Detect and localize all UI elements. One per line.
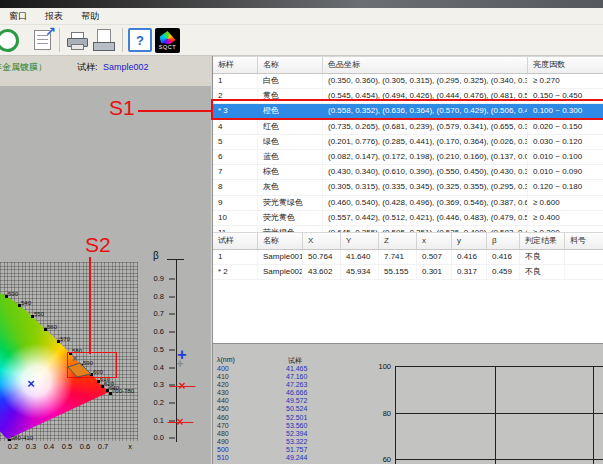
spectrum-value: 49.572 bbox=[286, 397, 307, 405]
x-axis-tick: 0.3 bbox=[26, 442, 36, 451]
spectrum-wavelength: 410 bbox=[217, 373, 229, 381]
standard-row[interactable]: 7 棕色 (0.430, 0.340), (0.610, 0.390), (0.… bbox=[213, 165, 603, 180]
col-header-sample[interactable]: 试样 bbox=[213, 233, 258, 249]
menu-item[interactable]: 窗口 bbox=[0, 10, 36, 23]
sqct-logo-label: SQCT bbox=[159, 44, 176, 51]
spectrum-value: 41.465 bbox=[286, 365, 307, 373]
toolbar-separator bbox=[122, 28, 123, 52]
sample-beta: 0.459 bbox=[487, 265, 520, 279]
standard-name: 红色 bbox=[258, 120, 323, 134]
samples-table: 试样 名称 X Y Z x y β 判定结果 料号 1 Sample001 50… bbox=[213, 232, 603, 280]
col-header-name[interactable]: 名称 bbox=[258, 233, 303, 249]
window-titlebar[interactable] bbox=[0, 0, 603, 8]
sample-y: 0.317 bbox=[452, 265, 487, 279]
standard-name: 荧光黄绿色 bbox=[258, 196, 323, 210]
measure-target-icon[interactable] bbox=[1, 27, 27, 53]
standard-row[interactable]: 10 荧光黄色 (0.557, 0.442), (0.512, 0.421), … bbox=[213, 211, 603, 226]
standard-coords: (0.735, 0.265), (0.681, 0.239), (0.579, … bbox=[323, 120, 528, 134]
beta-value-marker: × bbox=[178, 380, 185, 392]
spectrum-wavelength: 470 bbox=[217, 422, 229, 430]
spectrum-wavelength: 430 bbox=[217, 389, 229, 397]
print-icon[interactable] bbox=[64, 27, 90, 53]
standard-num: 1 bbox=[213, 74, 258, 88]
col-header-factor[interactable]: 亮度因数 bbox=[528, 57, 603, 73]
col-header-X[interactable]: X bbox=[303, 233, 341, 249]
chart-v-gridline bbox=[495, 366, 496, 464]
s1-callout-label: S1 bbox=[109, 96, 135, 120]
beta-axis-tick: 0.3 bbox=[144, 380, 164, 389]
app-window: { "window": { "menu_items": [ {"label":"… bbox=[0, 0, 603, 464]
standard-name: 灰色 bbox=[258, 180, 323, 194]
beta-value-marker: + bbox=[176, 358, 183, 370]
standard-name: 荧光黄色 bbox=[258, 211, 323, 225]
standard-row[interactable]: 9 荧光黄绿色 (0.460, 0.540), (0.428, 0.496), … bbox=[213, 196, 603, 211]
printer-icon bbox=[67, 32, 87, 48]
chart-v-gridline bbox=[395, 366, 396, 464]
s2-callout-label: S2 bbox=[85, 233, 111, 257]
sample-y: 0.416 bbox=[452, 250, 487, 264]
col-header-Z[interactable]: Z bbox=[379, 233, 417, 249]
standard-num: 8 bbox=[213, 180, 258, 194]
x-axis-tick: 0.7 bbox=[98, 442, 108, 451]
col-header-num[interactable]: 标样 bbox=[213, 57, 258, 73]
spectrum-row: 440 49.572 bbox=[213, 397, 394, 405]
sample-row[interactable]: 1 Sample001 50.764 41.640 7.741 0.507 0.… bbox=[213, 250, 603, 265]
col-header-beta[interactable]: β bbox=[487, 233, 520, 249]
col-header-result[interactable]: 判定结果 bbox=[520, 233, 565, 249]
menu-item[interactable]: 报表 bbox=[36, 10, 72, 23]
mode-label: 非金属镀膜） bbox=[0, 59, 47, 75]
chart-h-gridline bbox=[395, 459, 603, 460]
s2-highlight-rectangle bbox=[67, 352, 117, 378]
standard-coords: (0.350, 0.360), (0.305, 0.315), (0.295, … bbox=[323, 74, 528, 88]
menu-item[interactable]: 帮助 bbox=[72, 10, 108, 23]
col-header-Y[interactable]: Y bbox=[341, 233, 379, 249]
spectrum-wavelength: 500 bbox=[217, 446, 229, 454]
standard-factor: ≥ 0.270 bbox=[528, 74, 603, 88]
standard-row[interactable]: 6 蓝色 (0.082, 0.147), (0.172, 0.198), (0.… bbox=[213, 150, 603, 165]
x-axis-tick: x bbox=[128, 442, 132, 451]
export-report-icon[interactable]: ↗ bbox=[29, 27, 55, 53]
standard-row[interactable]: 1 白色 (0.350, 0.360), (0.305, 0.315), (0.… bbox=[213, 74, 603, 89]
panel-title: 非金属镀膜） 试样: Sample002 bbox=[0, 56, 211, 86]
sample-Y: 41.640 bbox=[341, 250, 379, 264]
col-header-coords[interactable]: 色品坐标 bbox=[323, 57, 528, 73]
standard-num: 5 bbox=[213, 135, 258, 149]
standard-coords: (0.082, 0.147), (0.172, 0.198), (0.210, … bbox=[323, 150, 528, 164]
chromaticity-panel: 非金属镀膜） 试样: Sample002 S1 S2 530 540 550 5… bbox=[0, 56, 211, 464]
sample-num: 1 bbox=[213, 250, 258, 264]
standard-row[interactable]: 5 绿色 (0.201, 0.776), (0.285, 0.441), (0.… bbox=[213, 135, 603, 150]
chart-y-tick: 100 bbox=[363, 362, 391, 371]
col-header-part[interactable]: 料号 bbox=[565, 233, 603, 249]
spectrum-row: 410 47.160 bbox=[213, 373, 394, 381]
standards-table-header: 标样 名称 色品坐标 亮度因数 bbox=[213, 56, 603, 74]
sqct-logo-icon[interactable]: SQCT bbox=[155, 28, 180, 53]
x-axis-tick: 0.4 bbox=[44, 442, 54, 451]
sample-row[interactable]: * 2 Sample002 43.602 45.934 55.155 0.301… bbox=[213, 265, 603, 280]
col-header-x[interactable]: x bbox=[417, 233, 452, 249]
spectrum-wavelength: 420 bbox=[217, 381, 229, 389]
help-icon[interactable]: ? bbox=[127, 27, 153, 53]
spectrum-row: 430 46.666 bbox=[213, 389, 394, 397]
spectrum-value: 50.524 bbox=[286, 405, 307, 413]
sample-x: 0.507 bbox=[417, 250, 452, 264]
spectrum-wavelength: 490 bbox=[217, 438, 229, 446]
print-preview-icon[interactable] bbox=[92, 27, 118, 53]
standard-factor: 0.010 ~ 0.090 bbox=[528, 165, 603, 179]
sample-name: Sample002 bbox=[103, 59, 149, 75]
standard-coords: (0.557, 0.442), (0.512, 0.421), (0.446, … bbox=[323, 211, 528, 225]
toolbar: ↗ ? SQCT bbox=[0, 25, 603, 56]
standard-factor: 0.120 ~ 0.180 bbox=[528, 180, 603, 194]
beta-axis-tick: 0.0 bbox=[144, 433, 164, 442]
col-header-y[interactable]: y bbox=[452, 233, 487, 249]
beta-axis-tick: 0.4 bbox=[144, 363, 164, 372]
standard-factor: ≥ 0.600 bbox=[528, 196, 603, 210]
x-axis-tick: 0.5 bbox=[62, 442, 72, 451]
col-header-name[interactable]: 名称 bbox=[258, 57, 323, 73]
x-axis-tick: 0.6 bbox=[80, 442, 90, 451]
sample-name: Sample002 bbox=[258, 265, 303, 279]
spectrum-row: 470 53.560 bbox=[213, 422, 394, 430]
target-ring-icon bbox=[0, 29, 19, 52]
spectrum-value: 47.263 bbox=[286, 381, 307, 389]
standard-row[interactable]: 4 红色 (0.735, 0.265), (0.681, 0.239), (0.… bbox=[213, 120, 603, 135]
standard-row[interactable]: 8 灰色 (0.305, 0.315), (0.335, 0.345), (0.… bbox=[213, 180, 603, 195]
